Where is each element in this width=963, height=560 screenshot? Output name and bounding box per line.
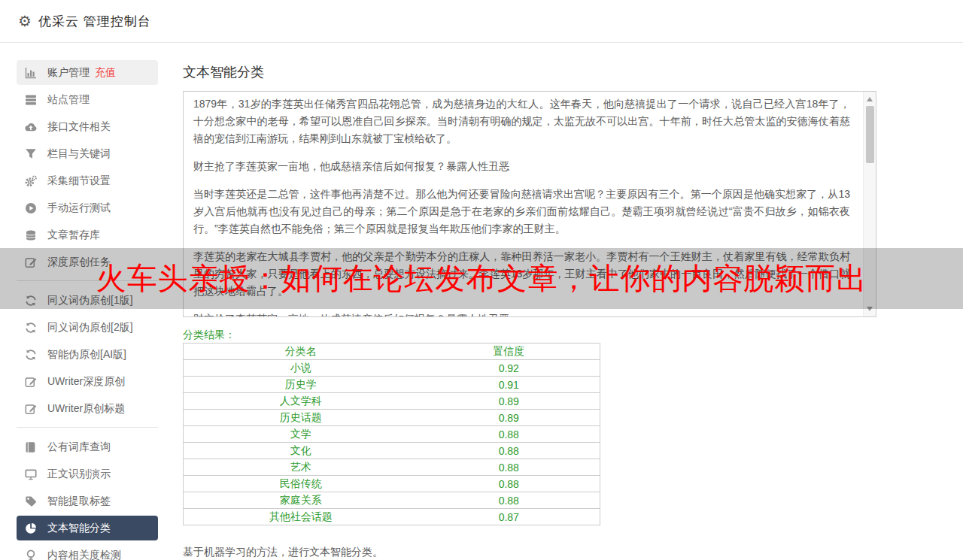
sidebar-item-2-2[interactable]: 智能提取标签 [17, 489, 158, 513]
sidebar-item-0-6[interactable]: 文章暂存库 [17, 222, 158, 247]
sidebar-divider [17, 427, 158, 428]
confidence-cell: 0.88 [418, 476, 600, 492]
table-header-confidence: 置信度 [418, 344, 600, 360]
page-title: 文本智能分类 [183, 63, 264, 81]
sidebar-item-label: 文章暂存库 [47, 229, 100, 242]
sidebar-item-0-0[interactable]: 账户管理充值 [17, 60, 158, 85]
recharge-badge[interactable]: 充值 [95, 66, 116, 80]
sidebar-item-label: 手动运行测试 [47, 201, 111, 215]
confidence-cell: 0.88 [418, 443, 600, 459]
detect-icon [24, 549, 38, 560]
table-row: 文学0.88 [184, 426, 600, 443]
table-row: 艺术0.88 [184, 459, 600, 476]
pie-icon [24, 522, 38, 534]
cloud-upload-icon [24, 120, 38, 133]
document-paragraph: 财主抢了李莲英家一亩地，他成慈禧亲信后如何报复？暴露人性丑恶 [193, 158, 850, 175]
category-cell: 文学 [184, 426, 418, 443]
table-row: 家庭关系0.88 [184, 492, 600, 509]
category-cell: 家庭关系 [184, 492, 418, 509]
category-cell: 历史话题 [184, 410, 418, 426]
header-bar: ⚙ 优采云 管理控制台 [0, 0, 963, 43]
monitor-icon [24, 468, 38, 480]
scrollbar-thumb[interactable] [866, 106, 874, 163]
category-cell: 其他社会话题 [184, 509, 418, 525]
table-row: 其他社会话题0.87 [184, 509, 600, 525]
sidebar-item-label: 正文识别演示 [47, 468, 111, 481]
play-icon [24, 201, 38, 214]
sidebar-item-1-1[interactable]: 同义词伪原创[2版] [17, 315, 158, 340]
table-row: 民俗传统0.88 [184, 476, 600, 492]
confidence-cell: 0.91 [418, 377, 600, 393]
category-cell: 文化 [184, 443, 418, 459]
sidebar-item-label: 账户管理 [47, 66, 90, 80]
watermark-banner: 火车头亲授：如何在论坛发布文章，让你的内容脱颖而出 [0, 248, 963, 309]
confidence-cell: 0.89 [418, 410, 600, 426]
edit-icon [24, 375, 38, 388]
document-paragraph: 1879年，31岁的李莲英出任储秀宫四品花翎总管，成为慈禧身边的大红人。这年春天… [193, 95, 850, 147]
confidence-cell: 0.88 [418, 459, 600, 476]
sidebar-item-1-2[interactable]: 智能伪原创[AI版] [17, 342, 158, 367]
category-cell: 历史学 [184, 377, 418, 393]
sidebar-item-2-3[interactable]: 文本智能分类 [17, 516, 158, 540]
table-row: 小说0.92 [184, 360, 600, 377]
sidebar-item-label: 智能提取标签 [47, 495, 111, 508]
book-icon [24, 440, 38, 453]
app-title: 优采云 管理控制台 [38, 13, 151, 30]
sidebar-item-2-0[interactable]: 公有词库查询 [17, 434, 158, 459]
sidebar-item-label: 栏目与关键词 [47, 147, 111, 161]
gears-icon [24, 174, 38, 187]
sidebar-item-label: 采集细节设置 [47, 174, 111, 188]
confidence-cell: 0.88 [418, 492, 600, 509]
table-row: 文化0.88 [184, 443, 600, 459]
table-header-row: 分类名 置信度 [184, 344, 600, 360]
table-row: 人文学科0.89 [184, 393, 600, 410]
sidebar-item-0-2[interactable]: 接口文件相关 [17, 114, 158, 139]
database-icon [24, 229, 38, 241]
sidebar-item-2-1[interactable]: 正文识别演示 [17, 462, 158, 486]
footer-note: 基于机器学习的方法，进行文本智能分类。 [183, 546, 383, 559]
sidebar-item-label: 文本智能分类 [47, 522, 111, 535]
tag-icon [24, 495, 38, 507]
document-paragraph: 当时李莲英还是二总管，这件事他再清楚不过。那么他为何还要冒险向慈禧请求出宫呢？主… [193, 186, 850, 238]
filter-icon [24, 147, 38, 160]
scroll-up-icon[interactable] [867, 97, 873, 101]
confidence-cell: 0.87 [418, 509, 600, 525]
watermark-text: 火车头亲授：如何在论坛发布文章，让你的内容脱颖而出 [96, 258, 867, 299]
table-row: 历史话题0.89 [184, 410, 600, 426]
result-label: 分类结果： [183, 328, 235, 342]
sidebar-item-0-5[interactable]: 手动运行测试 [17, 195, 158, 220]
sidebar-item-label: UWriter原创标题 [47, 402, 125, 416]
confidence-cell: 0.88 [418, 426, 600, 443]
sidebar-item-2-4[interactable]: 内容相关度检测 [17, 543, 158, 560]
document-paragraph: 财主抢了李莲英家一亩地，他成慈禧亲信后如何报复？暴露人性丑恶 [193, 310, 850, 317]
sidebar-item-label: 内容相关度检测 [47, 549, 121, 560]
table-header-category: 分类名 [184, 344, 418, 360]
sidebar-item-0-1[interactable]: 站点管理 [17, 87, 158, 112]
category-cell: 人文学科 [184, 393, 418, 410]
sidebar-item-1-4[interactable]: UWriter原创标题 [17, 396, 158, 421]
sidebar-item-label: UWriter深度原创 [47, 375, 125, 389]
gear-icon: ⚙ [18, 14, 32, 29]
server-icon [24, 93, 38, 106]
sidebar-item-label: 同义词伪原创[2版] [47, 321, 133, 334]
confidence-cell: 0.89 [418, 393, 600, 410]
sidebar-item-1-3[interactable]: UWriter深度原创 [17, 369, 158, 394]
refresh-icon [24, 321, 38, 334]
bar-chart-icon [24, 66, 38, 79]
sidebar-item-label: 公有词库查询 [47, 440, 111, 454]
sidebar-item-label: 智能伪原创[AI版] [47, 348, 126, 362]
edit-icon [24, 402, 38, 415]
table-row: 历史学0.91 [184, 377, 600, 393]
sidebar-item-label: 站点管理 [47, 93, 90, 107]
sidebar-item-0-4[interactable]: 采集细节设置 [17, 168, 158, 193]
confidence-cell: 0.92 [418, 360, 600, 377]
classification-table: 分类名 置信度 小说0.92历史学0.91人文学科0.89历史话题0.89文学0… [183, 343, 600, 525]
category-cell: 艺术 [184, 459, 418, 476]
refresh-icon [24, 348, 38, 361]
sidebar-item-label: 接口文件相关 [47, 120, 111, 134]
category-cell: 民俗传统 [184, 476, 418, 492]
category-cell: 小说 [184, 360, 418, 377]
sidebar-item-0-3[interactable]: 栏目与关键词 [17, 141, 158, 166]
